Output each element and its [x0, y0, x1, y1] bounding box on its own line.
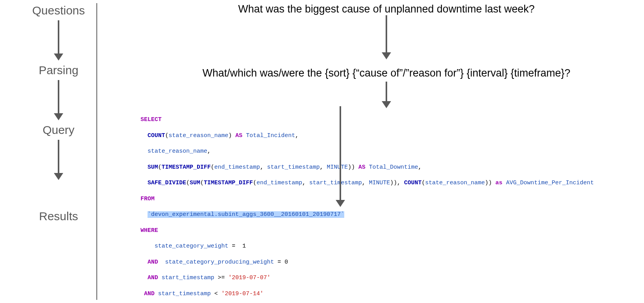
sql-keyword: AND [148, 274, 158, 281]
stage-query: Query [43, 123, 75, 137]
sql-func: SUM [148, 164, 158, 171]
sql-keyword: as [495, 180, 502, 186]
sql-str: '2019-07-07' [228, 274, 270, 281]
sql-func: TIMESTAMP_DIFF [204, 180, 253, 186]
arrow-down-icon [54, 20, 63, 61]
sql-ident: start_timestamp [267, 164, 320, 171]
arrow-down-icon [54, 80, 63, 120]
question-text: What was the biggest cause of unplanned … [133, 3, 640, 15]
parsing-template: What/which was/were the {sort} {“cause o… [133, 67, 640, 79]
sql-ident: state_reason_name [425, 180, 485, 186]
stage-questions: Questions [32, 4, 85, 17]
sql-func: SUM [190, 180, 200, 186]
sql-keyword: AS [235, 132, 242, 139]
content-column: What was the biggest cause of unplanned … [105, 0, 644, 303]
arrow-down-icon [336, 106, 345, 207]
sql-ident: state_category_producing_weight [165, 259, 274, 266]
sql-keyword: WHERE [141, 227, 158, 234]
sql-num: 1 [242, 243, 246, 250]
sql-func: COUNT [404, 180, 422, 186]
sql-ident: start_timestamp [162, 274, 214, 281]
sql-ident: AVG_Downtime_Per_Incident [506, 180, 594, 186]
sql-ident: end_timestamp [214, 164, 260, 171]
arrow-down-icon [54, 140, 63, 180]
arrow-down-icon [382, 82, 391, 108]
sql-table-highlighted: `devon_experimental.subint_aggs_3600__20… [148, 211, 344, 218]
sql-func: TIMESTAMP_DIFF [162, 164, 211, 171]
sql-num: 0 [285, 259, 288, 266]
sql-func: SAFE_DIVIDE [148, 180, 186, 186]
sql-func: COUNT [148, 132, 165, 139]
sql-keyword: AND [148, 259, 158, 266]
sql-ident: state_category_weight [155, 243, 228, 250]
arrow-down-icon [382, 15, 391, 59]
sql-ident: start_timestamp [158, 291, 211, 297]
sql-ident: MINUTE [369, 180, 390, 186]
sql-query: SELECT COUNT(state_reason_name) AS Total… [141, 108, 640, 303]
stage-results: Results [39, 210, 78, 223]
sql-str: '2019-07-14' [221, 291, 263, 297]
vertical-divider [96, 3, 97, 300]
sql-keyword: AS [358, 164, 365, 171]
sql-ident: end_timestamp [256, 180, 302, 186]
sql-ident: state_reason_name [148, 148, 207, 155]
sql-ident: Total_Downtime [369, 164, 418, 171]
sql-keyword: AND [144, 291, 155, 297]
sql-ident: state_reason_name [169, 132, 228, 139]
stages-column: Questions Parsing Query Results [0, 0, 105, 303]
sql-keyword: FROM [141, 196, 155, 202]
sql-ident: Total_Incident [246, 132, 295, 139]
sql-keyword: SELECT [141, 116, 162, 123]
stage-parsing: Parsing [39, 64, 78, 77]
